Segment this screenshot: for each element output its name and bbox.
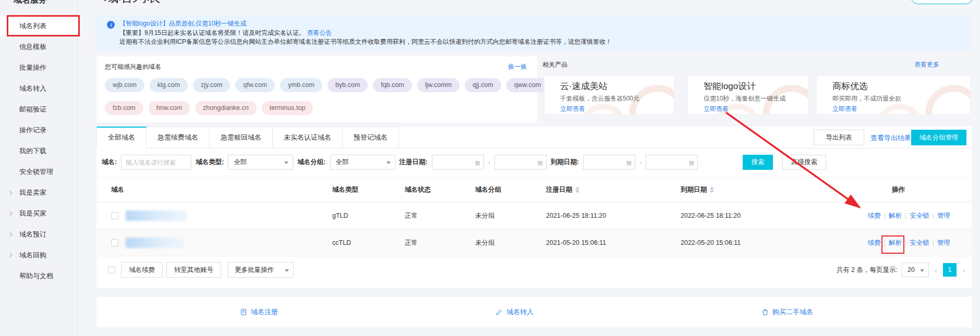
shopping-bag-icon	[761, 308, 769, 316]
domain-chip[interactable]: hnw.com	[149, 101, 190, 115]
current-page-button[interactable]: 1	[943, 263, 957, 277]
dns-link[interactable]: 解析	[889, 238, 902, 247]
calendar-icon: ▦	[626, 159, 632, 166]
notice-logo-link[interactable]: 【智能logo设计】品质原创,仅需10秒一键生成	[119, 20, 246, 27]
tab-renew-soon[interactable]: 急需续费域名	[147, 127, 210, 148]
batch-transfer-account-button[interactable]: 转至其他账号	[166, 262, 221, 278]
domain-chip[interactable]: qww.com	[506, 78, 549, 92]
reg-date-start-input[interactable]: ▦	[432, 155, 484, 170]
sidebar-item-info-template[interactable]: 信息模板	[0, 37, 78, 57]
sidebar-item-seller[interactable]: 我是卖家	[0, 183, 78, 203]
domain-chip[interactable]: wjb.com	[105, 78, 144, 92]
domain-chip[interactable]: byb.com	[328, 78, 368, 92]
sidebar-item-domain-reserve[interactable]: 域名预订	[0, 225, 78, 244]
domain-chip[interactable]: zjy.com	[193, 78, 230, 92]
sidebar-item-batch-ops[interactable]: 批量操作	[0, 58, 78, 78]
domain-name-redacted	[126, 238, 184, 248]
refresh-suggestions-link[interactable]: 换一换	[508, 63, 527, 71]
prev-page-button[interactable]: ‹	[933, 266, 939, 275]
domain-chip[interactable]: fqb.com	[373, 78, 412, 92]
security-lock-link[interactable]: 安全锁	[910, 211, 929, 220]
exp-date-end-input[interactable]: ▦	[646, 155, 698, 170]
view-export-result-link[interactable]: 查看导出结果	[870, 133, 911, 143]
reg-date-end-input[interactable]: ▦	[494, 155, 547, 170]
sidebar-item-security-lock[interactable]: 安全锁管理	[0, 162, 78, 182]
renew-link[interactable]: 续费	[868, 238, 881, 247]
domain-filter-label: 域名:	[102, 158, 117, 167]
sidebar-item-buyer[interactable]: 我是买家	[0, 204, 78, 223]
domain-chip[interactable]: fzb.com	[105, 101, 143, 115]
chevron-right-icon	[8, 211, 12, 216]
product-view-link[interactable]: 立即查看	[704, 105, 729, 114]
sidebar-item-email-verify[interactable]: 邮箱验证	[0, 99, 78, 119]
calendar-icon: ▦	[537, 159, 542, 166]
notice-banner: i 【智能logo设计】品质原创,仅需10秒一键生成 【重要】9月15日起未实名…	[96, 16, 972, 50]
domain-type-select[interactable]: 全部	[228, 155, 293, 170]
suggestion-chips-row2: fzb.com hnw.com zhongdianke.cn terminus.…	[105, 101, 313, 115]
product-subtitle: 即买即用，不成功退全款	[832, 94, 970, 103]
sort-icon[interactable]	[710, 186, 714, 193]
renew-link[interactable]: 续费	[868, 211, 881, 220]
cell-type: ccTLD	[332, 239, 351, 246]
document-icon	[240, 308, 247, 316]
product-view-link[interactable]: 立即查看	[560, 105, 585, 114]
register-domain-link[interactable]: 域名注册	[240, 307, 278, 317]
date-range-separator: -	[639, 159, 642, 166]
product-card-trademark[interactable]: 商标优选 即买即用，不成功退全款 立即查看	[816, 76, 971, 115]
search-button[interactable]: 搜索	[743, 155, 773, 170]
notice-announcement-link[interactable]: 查看公告	[307, 29, 332, 36]
sort-icon[interactable]	[575, 186, 579, 193]
product-view-link[interactable]: 立即查看	[832, 105, 857, 114]
domain-chip[interactable]: zhongdianke.cn	[195, 101, 257, 115]
table-row: ccTLD 正常 未分组 2021-05-20 15:06:11 2022-05…	[96, 229, 972, 256]
sidebar-item-domain-list[interactable]: 域名列表	[0, 16, 78, 36]
select-all-checkbox[interactable]	[108, 266, 115, 273]
tab-all-domains[interactable]: 全部域名	[96, 127, 147, 148]
domain-chip[interactable]: qfw.com	[235, 78, 275, 92]
domain-search-input[interactable]	[121, 155, 191, 170]
domain-group-select[interactable]: 全部	[330, 155, 395, 170]
row-checkbox[interactable]	[111, 212, 118, 219]
col-domain: 域名	[111, 185, 124, 194]
product-card-website-builder[interactable]: 云·速成美站 千套模板，含云服务器500元 立即查看	[544, 76, 674, 115]
sidebar-item-domain-buyback[interactable]: 域名回购	[0, 245, 78, 265]
sidebar-item-domain-transfer-in[interactable]: 域名转入	[0, 79, 78, 98]
tab-unverified[interactable]: 未实名认证域名	[273, 127, 343, 148]
sidebar-item-my-downloads[interactable]: 我的下载	[0, 141, 78, 161]
col-reg-date: 注册日期	[546, 185, 579, 194]
domain-chip[interactable]: ymb.com	[280, 78, 322, 92]
domain-chip[interactable]: qjj.com	[465, 78, 501, 92]
caret-down-icon	[285, 269, 289, 272]
domain-group-manage-button[interactable]: 域名分组管理	[911, 130, 966, 145]
batch-renew-button[interactable]: 域名续费	[121, 262, 163, 278]
exp-date-start-input[interactable]: ▦	[583, 155, 635, 170]
transfer-in-domain-link[interactable]: 域名转入	[495, 307, 534, 317]
domain-chip[interactable]: ljw.comm	[417, 78, 459, 92]
page-size-select[interactable]: 20	[902, 263, 929, 277]
date-range-separator: -	[488, 159, 490, 166]
cell-status: 正常	[405, 211, 418, 220]
row-checkbox[interactable]	[111, 239, 118, 246]
security-lock-link[interactable]: 安全锁	[910, 238, 929, 247]
product-subtitle: 仅需10秒，海量创意一键生成	[704, 94, 808, 103]
export-list-button[interactable]: 导出列表	[814, 130, 864, 145]
console-corner-button[interactable]: 升级新版控制台	[910, 0, 974, 4]
domain-chip[interactable]: terminus.top	[262, 101, 313, 115]
view-more-link[interactable]: 查看更多	[914, 60, 939, 69]
manage-link[interactable]: 管理	[937, 238, 950, 247]
sidebar-item-help-docs[interactable]: 帮助与文档	[0, 266, 78, 286]
product-title: 商标优选	[832, 80, 970, 92]
reg-date-label: 注册日期:	[400, 158, 428, 167]
manage-link[interactable]: 管理	[937, 211, 950, 220]
advanced-search-button[interactable]: 高级搜索	[782, 155, 826, 170]
product-card-logo-design[interactable]: 智能logo设计 仅需10秒，海量创意一键生成 立即查看	[687, 76, 808, 115]
tab-redeem-soon[interactable]: 急需赎回域名	[210, 127, 273, 148]
sidebar-item-operation-log[interactable]: 操作记录	[0, 120, 78, 140]
next-page-button[interactable]: ›	[961, 266, 966, 275]
sidebar: 域名服务 域名列表 信息模板 批量操作 域名转入 邮箱验证 操作记录 我的下载 …	[0, 0, 78, 336]
more-batch-ops-select[interactable]: 更多批量操作	[228, 262, 294, 278]
tab-preregistered[interactable]: 预登记域名	[343, 127, 399, 148]
dns-link[interactable]: 解析	[889, 211, 902, 220]
domain-chip[interactable]: klg.com	[150, 78, 188, 92]
buy-secondhand-domain-link[interactable]: 购买二手域名	[761, 307, 813, 317]
